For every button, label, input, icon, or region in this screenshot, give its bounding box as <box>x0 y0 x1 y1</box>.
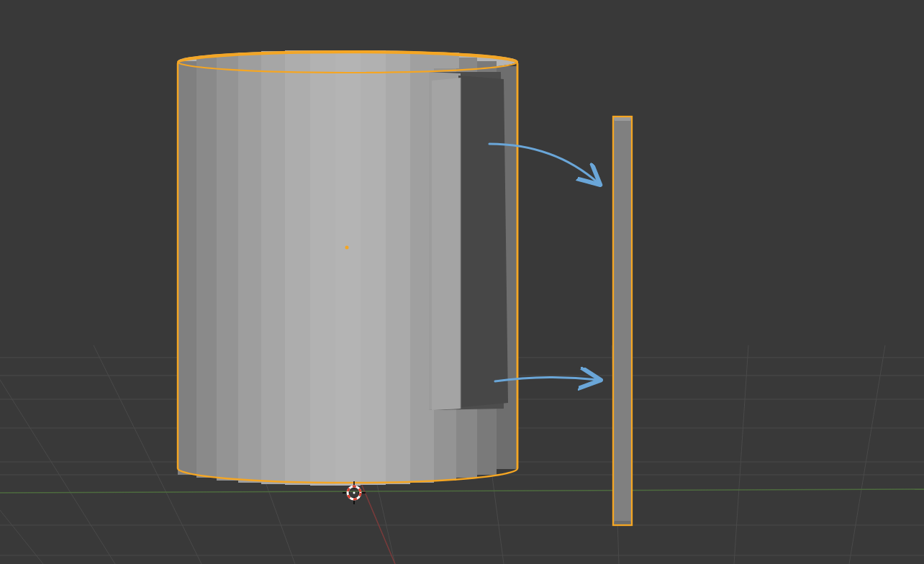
svg-rect-37 <box>613 117 632 525</box>
svg-rect-21 <box>217 55 238 481</box>
svg-rect-19 <box>178 61 196 475</box>
svg-rect-27 <box>361 50 386 485</box>
svg-point-47 <box>353 492 355 494</box>
handle-plane[interactable] <box>613 117 632 525</box>
svg-rect-26 <box>335 50 361 486</box>
object-origin-dot <box>345 246 349 250</box>
svg-rect-22 <box>238 53 261 483</box>
viewport-3d[interactable] <box>0 0 924 564</box>
svg-rect-20 <box>196 58 217 478</box>
svg-rect-25 <box>310 50 335 486</box>
svg-rect-23 <box>261 51 285 484</box>
svg-rect-28 <box>386 51 410 484</box>
cylinder-handle-gap <box>432 76 508 410</box>
svg-rect-24 <box>285 50 310 485</box>
